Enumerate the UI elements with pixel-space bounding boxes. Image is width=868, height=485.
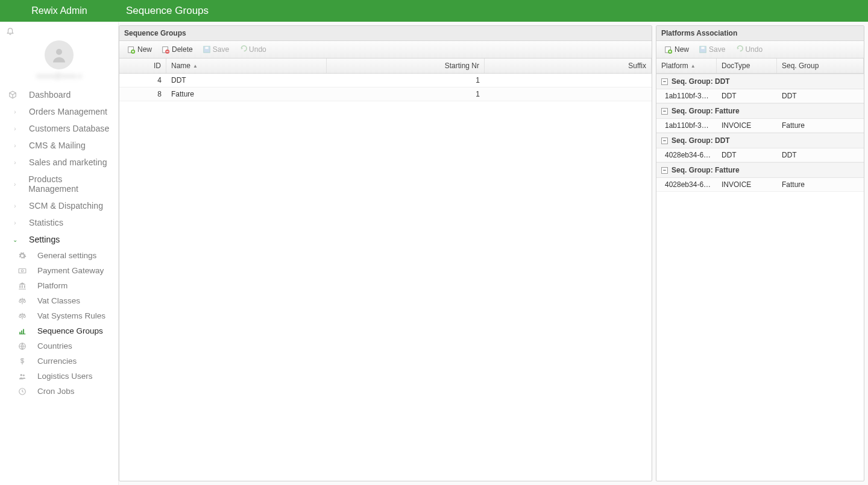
brand-title: Rewix Admin (0, 5, 119, 16)
users-icon (18, 372, 31, 381)
chevron-icon: ⌄ (8, 236, 22, 243)
right-grid-header: Platform DocType Seq. Group (656, 59, 864, 74)
sidebar-subitem-platform[interactable]: Platform (0, 278, 118, 293)
collapse-icon[interactable]: − (661, 138, 668, 144)
sidebar-item-settings[interactable]: ⌄Settings (0, 231, 118, 248)
cell-suffix (485, 74, 652, 87)
cell-doctype: DDT (717, 148, 777, 162)
col-name[interactable]: Name (166, 59, 327, 73)
save-label: Save (709, 45, 725, 54)
sidebar-subitem-label: Vat Systems Rules (31, 311, 105, 320)
cell-doctype: DDT (717, 89, 777, 103)
cell-name: Fatture (166, 87, 327, 101)
right-grid-body: −Seq. Group: DDT1ab110bf-3c6…DDTDDT−Seq.… (656, 74, 864, 481)
table-row[interactable]: 1ab110bf-3c6…INVOICEFatture (656, 119, 864, 133)
table-row[interactable]: 4DDT1 (119, 74, 652, 87)
cell-platform: 4028eb34-6a… (656, 148, 717, 162)
undo-button: Undo (731, 43, 767, 55)
col-platform[interactable]: Platform (656, 59, 717, 73)
col-id[interactable]: ID (119, 59, 166, 73)
cell-suffix (485, 87, 652, 101)
group-label: Seq. Group: Fatture (671, 107, 740, 115)
save-button: Save (694, 43, 729, 55)
collapse-icon[interactable]: − (661, 108, 668, 115)
col-seq-group[interactable]: Seq. Group (777, 59, 864, 73)
sidebar-subitem-countries[interactable]: Countries (0, 338, 118, 353)
cell-platform: 1ab110bf-3c6… (656, 119, 717, 132)
group-header[interactable]: −Seq. Group: DDT (656, 133, 864, 148)
group-header[interactable]: −Seq. Group: Fatture (656, 103, 864, 119)
sidebar-subitem-logistics-users[interactable]: Logistics Users (0, 369, 118, 384)
cell-doctype: INVOICE (717, 178, 777, 191)
sidebar-subitem-currencies[interactable]: Currencies (0, 353, 118, 369)
sidebar-item-customers-database[interactable]: ›Customers Database (0, 120, 118, 137)
sidebar-subitem-general-settings[interactable]: General settings (0, 248, 118, 263)
save-button: Save (198, 43, 233, 55)
svg-point-8 (23, 374, 25, 376)
sidebar-subitem-payment-gateway[interactable]: Payment Gateway (0, 263, 118, 278)
group-header[interactable]: −Seq. Group: Fatture (656, 162, 864, 178)
svg-rect-19 (701, 47, 704, 49)
sidebar-subitem-vat-classes[interactable]: Vat Classes (0, 293, 118, 308)
panel-title: Platforms Association (656, 26, 864, 41)
svg-point-7 (20, 373, 23, 376)
sidebar-item-cms-mailing[interactable]: ›CMS & Mailing (0, 137, 118, 154)
sidebar-subitem-sequence-groups[interactable]: Sequence Groups (0, 323, 118, 338)
delete-label: Delete (172, 45, 193, 54)
user-email[interactable]: xxxxx@xxxx.x (0, 72, 118, 86)
sidebar-item-statistics[interactable]: ›Statistics (0, 214, 118, 231)
sidebar-item-scm-dispatching[interactable]: ›SCM & Dispatching (0, 197, 118, 214)
chevron-icon: › (8, 142, 22, 149)
new-button[interactable]: New (123, 43, 156, 55)
table-row[interactable]: 8Fatture1 (119, 87, 652, 101)
avatar[interactable] (45, 40, 74, 69)
group-label: Seq. Group: Fatture (671, 166, 740, 174)
cell-id: 8 (119, 87, 166, 101)
svg-rect-1 (19, 268, 26, 273)
undo-label: Undo (745, 45, 763, 54)
col-doctype[interactable]: DocType (717, 59, 777, 73)
chevron-icon: › (8, 108, 22, 115)
chevron-icon: › (8, 202, 22, 209)
sidebar-subitem-label: Payment Gateway (31, 266, 104, 275)
col-starting-nr[interactable]: Starting Nr (327, 59, 485, 73)
platforms-association-panel: Platforms Association New Save Undo Plat… (656, 25, 864, 481)
collapse-icon[interactable]: − (661, 78, 668, 85)
sidebar-subitem-label: Vat Classes (31, 296, 80, 305)
table-row[interactable]: 1ab110bf-3c6…DDTDDT (656, 89, 864, 103)
table-row[interactable]: 4028eb34-6a…INVOICEFatture (656, 178, 864, 192)
sidebar-subitem-label: Sequence Groups (31, 326, 103, 335)
sidebar-item-orders-management[interactable]: ›Orders Management (0, 103, 118, 120)
globe-icon (18, 342, 31, 350)
clock-icon (18, 387, 31, 396)
cell-doctype: INVOICE (717, 119, 777, 132)
sidebar-subitem-cron-jobs[interactable]: Cron Jobs (0, 384, 118, 399)
sidebar-subitem-label: Currencies (31, 357, 77, 366)
sidebar-item-dashboard[interactable]: Dashboard (0, 86, 118, 103)
group-header[interactable]: −Seq. Group: DDT (656, 74, 864, 89)
undo-button: Undo (234, 43, 271, 55)
sidebar-item-label: Settings (22, 235, 60, 244)
svg-rect-5 (23, 329, 24, 334)
app-header: Rewix Admin Sequence Groups (0, 0, 868, 22)
undo-label: Undo (249, 45, 266, 54)
col-suffix[interactable]: Suffix (485, 59, 652, 73)
sidebar-subitem-label: Cron Jobs (31, 387, 75, 396)
sidebar-item-label: Orders Management (22, 107, 107, 116)
notifications-icon[interactable] (6, 28, 14, 37)
chevron-icon: › (8, 159, 22, 166)
sidebar-subitem-vat-systems-rules[interactable]: Vat Systems Rules (0, 308, 118, 323)
sidebar-item-products-management[interactable]: ›Products Management (0, 171, 118, 197)
sidebar-subitem-label: Logistics Users (31, 372, 93, 381)
new-button[interactable]: New (660, 43, 693, 55)
collapse-icon[interactable]: − (661, 167, 668, 174)
save-label: Save (213, 45, 229, 54)
sidebar-item-label: Products Management (21, 174, 112, 194)
sidebar-item-label: SCM & Dispatching (22, 201, 103, 211)
new-label: New (137, 45, 152, 54)
table-row[interactable]: 4028eb34-6a…DDTDDT (656, 148, 864, 162)
delete-button[interactable]: Delete (157, 43, 197, 55)
sidebar-item-sales-and-marketing[interactable]: ›Sales and marketing (0, 154, 118, 171)
sidebar-subitem-label: Countries (31, 341, 72, 350)
right-toolbar: New Save Undo (656, 41, 864, 59)
